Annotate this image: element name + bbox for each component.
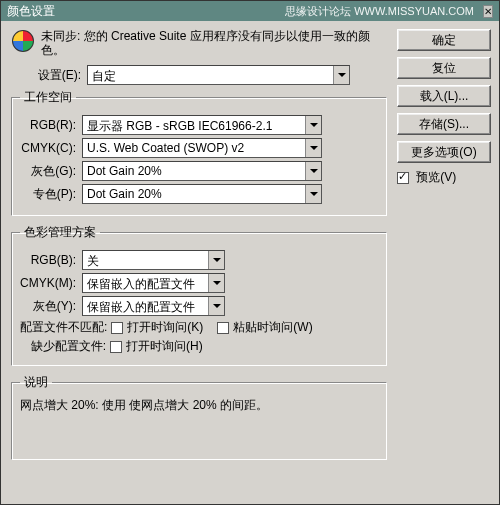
settings-label: 设置(E): — [11, 67, 81, 84]
chevron-down-icon — [305, 162, 321, 180]
mismatch-open-text: 打开时询问(K) — [127, 319, 203, 336]
missing-open-checkbox[interactable] — [110, 341, 122, 353]
mismatch-paste-text: 粘贴时询问(W) — [233, 319, 312, 336]
watermark-text: 思缘设计论坛 WWW.MISSYUAN.COM ✕ — [285, 4, 493, 19]
pl-rgb-label: RGB(B): — [20, 253, 76, 267]
ws-gray-select[interactable]: Dot Gain 20% — [82, 161, 322, 181]
mismatch-label: 配置文件不匹配: — [20, 319, 107, 336]
load-button[interactable]: 载入(L)... — [397, 85, 491, 107]
save-button[interactable]: 存储(S)... — [397, 113, 491, 135]
ok-button[interactable]: 确定 — [397, 29, 491, 51]
pl-rgb-select[interactable]: 关 — [82, 250, 225, 270]
pl-cmyk-select[interactable]: 保留嵌入的配置文件 — [82, 273, 225, 293]
mismatch-open-checkbox[interactable] — [111, 322, 123, 334]
ws-cmyk-label: CMYK(C): — [20, 141, 76, 155]
pl-gray-select[interactable]: 保留嵌入的配置文件 — [82, 296, 225, 316]
preview-label: 预览(V) — [416, 170, 456, 184]
chevron-down-icon — [208, 251, 224, 269]
workspace-group: 工作空间 RGB(R): 显示器 RGB - sRGB IEC61966-2.1… — [11, 89, 387, 216]
unsynced-icon — [11, 29, 35, 53]
dialog-window: 颜色设置 思缘设计论坛 WWW.MISSYUAN.COM ✕ 未同步: 您的 C… — [0, 0, 500, 505]
settings-select[interactable]: 自定 — [87, 65, 350, 85]
chevron-down-icon — [305, 185, 321, 203]
dialog-title: 颜色设置 — [7, 3, 55, 20]
title-bar: 颜色设置 思缘设计论坛 WWW.MISSYUAN.COM ✕ — [1, 1, 499, 21]
ws-spot-select[interactable]: Dot Gain 20% — [82, 184, 322, 204]
ws-gray-label: 灰色(G): — [20, 163, 76, 180]
policy-group: 色彩管理方案 RGB(B): 关 CMYK(M): 保留嵌入的配置文件 灰色(Y… — [11, 224, 387, 366]
workspace-legend: 工作空间 — [20, 89, 76, 106]
ws-rgb-select[interactable]: 显示器 RGB - sRGB IEC61966-2.1 — [82, 115, 322, 135]
chevron-down-icon — [305, 139, 321, 157]
ws-spot-label: 专色(P): — [20, 186, 76, 203]
sync-warning-text: 未同步: 您的 Creative Suite 应用程序没有同步以使用一致的颜色。 — [41, 29, 387, 57]
description-text: 网点增大 20%: 使用 使网点增大 20% 的间距。 — [20, 397, 378, 413]
description-legend: 说明 — [20, 374, 52, 391]
pl-gray-label: 灰色(Y): — [20, 298, 76, 315]
description-group: 说明 网点增大 20%: 使用 使网点增大 20% 的间距。 — [11, 374, 387, 460]
missing-open-text: 打开时询问(H) — [126, 338, 203, 355]
missing-label: 缺少配置文件: — [20, 338, 106, 355]
sync-warning: 未同步: 您的 Creative Suite 应用程序没有同步以使用一致的颜色。 — [11, 29, 387, 57]
pl-cmyk-label: CMYK(M): — [20, 276, 76, 290]
chevron-down-icon — [305, 116, 321, 134]
chevron-down-icon — [333, 66, 349, 84]
policy-legend: 色彩管理方案 — [20, 224, 100, 241]
ws-rgb-label: RGB(R): — [20, 118, 76, 132]
ws-cmyk-select[interactable]: U.S. Web Coated (SWOP) v2 — [82, 138, 322, 158]
chevron-down-icon — [208, 274, 224, 292]
mismatch-paste-checkbox[interactable] — [217, 322, 229, 334]
reset-button[interactable]: 复位 — [397, 57, 491, 79]
more-options-button[interactable]: 更多选项(O) — [397, 141, 491, 163]
close-button[interactable]: ✕ — [483, 5, 493, 18]
chevron-down-icon — [208, 297, 224, 315]
preview-checkbox[interactable] — [397, 172, 409, 184]
